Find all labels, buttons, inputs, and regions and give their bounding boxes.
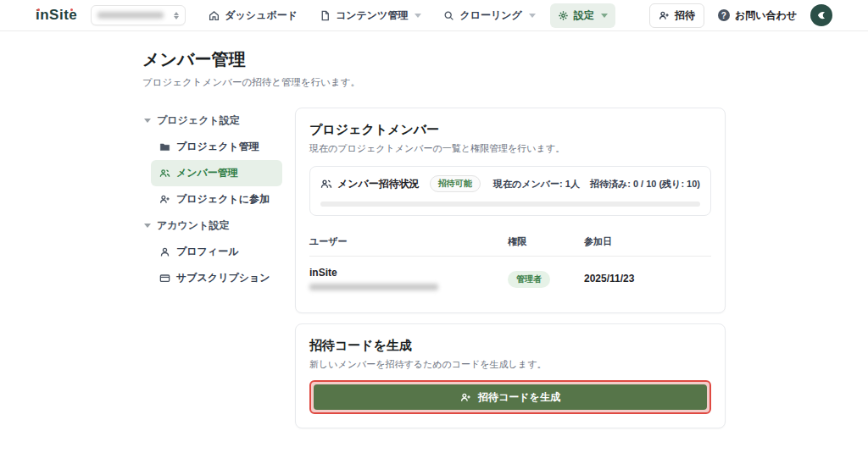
sidebar-item-profile[interactable]: プロフィール <box>151 239 282 265</box>
col-header-joined: 参加日 <box>584 235 711 248</box>
nav-item-label: コンテンツ管理 <box>336 8 408 23</box>
generate-button-label: 招待コードを生成 <box>478 390 560 405</box>
page-content: メンバー管理 プロジェクトメンバーの招待と管理を行います。 プロジェクト設定 プ… <box>142 31 726 428</box>
document-icon <box>320 10 331 21</box>
project-selector-blurred-value <box>97 12 164 19</box>
project-members-card: プロジェクトメンバー 現在のプロジェクトメンバーの一覧と権限管理を行います。 メ… <box>295 108 726 313</box>
credit-card-icon <box>159 273 170 284</box>
logo-dot <box>70 8 73 11</box>
invite-status-label: メンバー招待状況 <box>337 177 420 191</box>
chevron-down-icon <box>601 14 608 18</box>
user-plus-icon <box>659 10 670 21</box>
annotation-highlight-box: 招待コードを生成 <box>309 380 711 414</box>
invite-button-label: 招待 <box>675 8 695 23</box>
page-title: メンバー管理 <box>142 48 726 71</box>
member-email-blurred <box>309 284 438 290</box>
project-selector[interactable] <box>91 5 186 25</box>
user-plus-icon <box>159 194 170 205</box>
user-icon <box>159 246 170 257</box>
generate-invite-code-button[interactable]: 招待コードを生成 <box>314 384 707 410</box>
invite-progress-bar <box>320 202 700 207</box>
primary-nav: ダッシュボード コンテンツ管理 クローリング 設定 <box>201 3 615 28</box>
sidebar-item-subscription[interactable]: サブスクリプション <box>151 265 282 291</box>
gear-icon <box>558 10 569 21</box>
avatar-mark-icon <box>815 9 827 21</box>
sidebar-item-member-management[interactable]: メンバー管理 <box>151 160 282 186</box>
users-icon <box>159 168 170 179</box>
chevron-down-icon <box>144 224 151 228</box>
home-icon <box>209 10 220 21</box>
nav-item-label: ダッシュボード <box>225 8 298 23</box>
invite-code-card: 招待コードを生成 新しいメンバーを招待するためのコードを生成します。 招待コード… <box>295 323 726 428</box>
nav-item-dashboard[interactable]: ダッシュボード <box>201 3 305 28</box>
members-card-subtitle: 現在のプロジェクトメンバーの一覧と権限管理を行います。 <box>309 142 711 155</box>
main-column: プロジェクトメンバー 現在のプロジェクトメンバーの一覧と権限管理を行います。 メ… <box>295 108 726 428</box>
nav-item-content-management[interactable]: コンテンツ管理 <box>312 3 429 28</box>
sidebar-item-label: プロフィール <box>176 245 238 259</box>
col-header-role: 権限 <box>508 235 584 248</box>
sidebar-section-project-settings[interactable]: プロジェクト設定 <box>142 108 282 134</box>
brand-logo[interactable]: inSite <box>36 7 77 24</box>
col-header-user: ユーザー <box>309 235 508 248</box>
search-icon <box>443 10 454 21</box>
folder-icon <box>159 141 170 152</box>
logo-dot <box>37 8 40 11</box>
current-members-count: 現在のメンバー: 1人 <box>493 178 580 191</box>
invite-status-box: メンバー招待状況 招待可能 現在のメンバー: 1人 招待済み: 0 / 10 (… <box>309 166 711 216</box>
user-plus-icon <box>460 392 471 403</box>
invite-button[interactable]: 招待 <box>649 3 704 28</box>
nav-item-settings[interactable]: 設定 <box>550 3 615 28</box>
nav-item-label: 設定 <box>574 8 594 23</box>
members-table-header: ユーザー 権限 参加日 <box>309 229 711 257</box>
sidebar-item-label: メンバー管理 <box>176 166 238 180</box>
table-row: inSite 管理者 2025/11/23 <box>309 257 711 299</box>
chevron-down-icon <box>529 14 536 18</box>
sidebar-item-label: サブスクリプション <box>176 271 270 285</box>
question-icon: ? <box>718 9 730 21</box>
users-icon <box>320 178 332 190</box>
invited-count: 招待済み: 0 / 10 (残り: 10) <box>590 178 700 191</box>
nav-right-actions: 招待 ? お問い合わせ <box>649 3 832 28</box>
contact-link[interactable]: ? お問い合わせ <box>718 8 797 23</box>
invite-available-badge: 招待可能 <box>430 175 481 192</box>
contact-label: お問い合わせ <box>735 8 797 23</box>
nav-item-crawling[interactable]: クローリング <box>436 3 542 28</box>
sidebar-section-account-settings[interactable]: アカウント設定 <box>142 213 282 239</box>
invite-card-subtitle: 新しいメンバーを招待するためのコードを生成します。 <box>309 358 711 371</box>
select-updown-icon <box>174 12 179 19</box>
page-subtitle: プロジェクトメンバーの招待と管理を行います。 <box>142 76 726 89</box>
top-navbar: inSite ダッシュボード コンテンツ管理 クローリング <box>0 0 868 31</box>
sidebar-item-label: プロジェクト管理 <box>176 140 259 154</box>
sidebar-item-project-management[interactable]: プロジェクト管理 <box>151 134 282 160</box>
chevron-down-icon <box>144 119 151 123</box>
members-card-title: プロジェクトメンバー <box>309 122 711 138</box>
sidebar-item-join-project[interactable]: プロジェクトに参加 <box>151 186 282 213</box>
members-table: ユーザー 権限 参加日 inSite 管理者 2025/11/23 <box>309 229 711 299</box>
invite-card-title: 招待コードを生成 <box>309 338 711 354</box>
sidebar-section-label: アカウント設定 <box>157 218 229 233</box>
sidebar-section-label: プロジェクト設定 <box>157 113 240 128</box>
nav-item-label: クローリング <box>459 8 521 23</box>
member-name: inSite <box>309 267 508 279</box>
chevron-down-icon <box>415 14 421 18</box>
settings-sidebar: プロジェクト設定 プロジェクト管理 メンバー管理 プロジェクトに参加 アカウント… <box>142 108 282 291</box>
join-date: 2025/11/23 <box>584 273 711 285</box>
sidebar-item-label: プロジェクトに参加 <box>176 192 270 207</box>
user-avatar[interactable] <box>810 4 832 26</box>
role-badge: 管理者 <box>508 271 550 288</box>
